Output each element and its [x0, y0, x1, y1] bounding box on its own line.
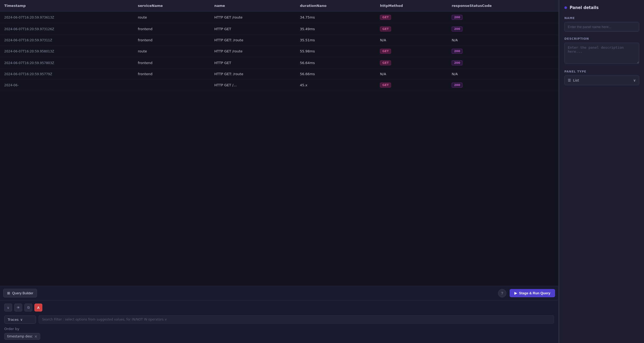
get-badge: GET [380, 83, 391, 88]
cell-name: HTTP GET: /route [210, 69, 296, 79]
cell-http-method: GET [376, 79, 447, 91]
qb-label-a-button[interactable]: A [34, 304, 42, 312]
list-icon: ☰ [568, 78, 571, 82]
cell-name: HTTP GET [210, 23, 296, 35]
sidebar-panel-type-section: PANEL TYPE ☰ List ∨ [564, 70, 639, 85]
cell-duration: 34.75ms [296, 12, 376, 23]
traces-select[interactable]: Traces ∨ [4, 315, 36, 324]
panel-name-input[interactable] [564, 22, 639, 32]
chevron-down-icon: ∨ [7, 306, 10, 310]
cell-status-code: N/A [447, 35, 558, 46]
cell-service-name: route [134, 46, 210, 57]
status-200-badge: 200 [452, 26, 462, 31]
table-row[interactable]: 2024-06-07T16:20:59.973613Z route HTTP G… [0, 12, 558, 23]
traces-chevron-icon: ∨ [20, 318, 23, 322]
panel-details-title: Panel details [570, 5, 598, 10]
col-service-name: serviceName [134, 0, 210, 12]
qb-traces-row: Traces ∨ Search Filter : select options … [4, 315, 554, 324]
get-badge: GET [380, 49, 391, 54]
query-builder-button[interactable]: ⊞ Query Builder [3, 289, 37, 297]
cell-name: HTTP GET: /route [210, 35, 296, 46]
cell-service-name: frontend [134, 57, 210, 69]
cell-name: HTTP GET /... [210, 79, 296, 91]
cell-timestamp: 2024-06-07T16:20:59.957803Z [0, 57, 134, 69]
query-builder-panel: ∨ 👁 ⧉ A Traces ∨ Search Fil [0, 300, 558, 343]
qb-collapse-button[interactable]: ∨ [4, 304, 12, 312]
status-200-badge: 200 [452, 49, 462, 54]
qb-copy-button[interactable]: ⧉ [24, 304, 32, 312]
cell-service-name: frontend [134, 35, 210, 46]
order-by-label: Order by [4, 327, 554, 331]
get-badge: GET [380, 60, 391, 65]
sidebar-description-section: DESCRIPTION [564, 37, 639, 65]
help-button[interactable]: ? [498, 289, 506, 297]
cell-duration: 45.x [296, 79, 376, 91]
sidebar-name-label: NAME [564, 16, 639, 20]
cell-service-name: frontend [134, 23, 210, 35]
panel-type-chevron-icon: ∨ [633, 78, 636, 82]
status-200-badge: 200 [452, 60, 462, 65]
col-http-method: httpMethod [376, 0, 447, 12]
cell-timestamp: 2024-06- [0, 79, 134, 91]
data-table: Timestamp serviceName name durationNano … [0, 0, 558, 286]
table-row[interactable]: 2024-06-07T16:20:59.973126Z frontend HTT… [0, 23, 558, 35]
cell-http-method: GET [376, 46, 447, 57]
bottom-right-actions: ? ▶ Stage & Run Query [498, 289, 555, 297]
cell-duration: 35.49ms [296, 23, 376, 35]
sidebar-description-label: DESCRIPTION [564, 37, 639, 40]
cell-name: HTTP GET /route [210, 46, 296, 57]
col-response-status-code: responseStatusCode [447, 0, 558, 12]
cell-duration: 56.64ms [296, 57, 376, 69]
cell-status-code: 200 [447, 46, 558, 57]
cell-name: HTTP GET [210, 57, 296, 69]
cell-duration: 55.98ms [296, 46, 376, 57]
order-by-remove-icon[interactable]: × [34, 335, 37, 338]
panel-description-input[interactable] [564, 43, 639, 64]
panel-dot-icon [564, 6, 567, 9]
cell-duration: 56.66ms [296, 69, 376, 79]
cell-http-method: GET [376, 57, 447, 69]
grid-icon: ⊞ [7, 291, 10, 295]
order-by-section: Order by timestamp desc × [4, 327, 554, 340]
cell-name: HTTP GET /route [210, 12, 296, 23]
table-row[interactable]: 2024-06- HTTP GET /... 45.x GET 200 [0, 79, 558, 91]
cell-service-name: frontend [134, 69, 210, 79]
cell-http-method: GET [376, 12, 447, 23]
qb-eye-button[interactable]: 👁 [14, 304, 22, 312]
order-by-tag[interactable]: timestamp desc × [4, 333, 40, 340]
cell-service-name [134, 79, 210, 91]
panel-details-header: Panel details [564, 5, 639, 10]
search-filter-input[interactable]: Search Filter : select options from sugg… [39, 315, 554, 324]
panel-type-select[interactable]: ☰ List ∨ [564, 75, 639, 85]
table-row[interactable]: 2024-06-07T16:20:59.957803Z frontend HTT… [0, 57, 558, 69]
cell-http-method: GET [376, 23, 447, 35]
na-status: N/A [452, 38, 458, 42]
stage-run-button[interactable]: ▶ Stage & Run Query [510, 289, 555, 297]
na-status: N/A [452, 72, 458, 76]
cell-status-code: 200 [447, 12, 558, 23]
table-row[interactable]: 2024-06-07T16:20:59.95779Z frontend HTTP… [0, 69, 558, 79]
cell-status-code: 200 [447, 57, 558, 69]
cell-status-code: 200 [447, 79, 558, 91]
bottom-bar: ⊞ Query Builder ? ▶ Stage & Run Query [0, 286, 558, 300]
cell-http-method: N/A [376, 35, 447, 46]
cell-timestamp: 2024-06-07T16:20:59.958013Z [0, 46, 134, 57]
get-badge: GET [380, 15, 391, 20]
na-method: N/A [380, 38, 386, 42]
right-sidebar: Panel details NAME DESCRIPTION PANEL TYP… [559, 0, 644, 343]
table-row[interactable]: 2024-06-07T16:20:59.958013Z route HTTP G… [0, 46, 558, 57]
cell-service-name: route [134, 12, 210, 23]
cell-status-code: 200 [447, 23, 558, 35]
qb-toolbar: ∨ 👁 ⧉ A [4, 304, 554, 312]
sidebar-panel-type-label: PANEL TYPE [564, 70, 639, 73]
table-row[interactable]: 2024-06-07T16:20:59.97311Z frontend HTTP… [0, 35, 558, 46]
col-duration-nano: durationNano [296, 0, 376, 12]
col-timestamp: Timestamp [0, 0, 134, 12]
cell-http-method: N/A [376, 69, 447, 79]
play-icon: ▶ [514, 291, 517, 295]
sidebar-name-section: NAME [564, 16, 639, 32]
get-badge: GET [380, 26, 391, 31]
cell-timestamp: 2024-06-07T16:20:59.973126Z [0, 23, 134, 35]
cell-duration: 35.51ms [296, 35, 376, 46]
na-method: N/A [380, 72, 386, 76]
